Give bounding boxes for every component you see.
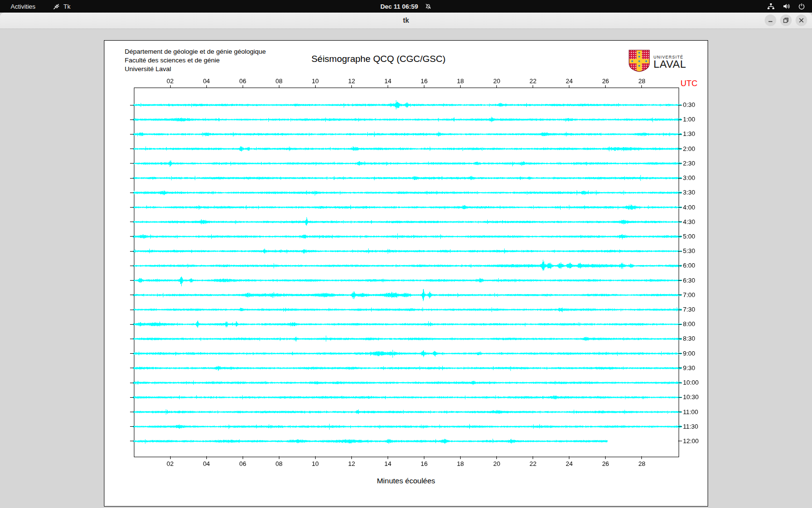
- network-icon: [767, 2, 775, 10]
- app-menu[interactable]: Tk: [53, 3, 70, 10]
- row-time-label: 6:30: [683, 277, 695, 284]
- x-tick-label-bottom: 08: [276, 460, 282, 467]
- x-tick-top: [388, 85, 388, 88]
- x-tick-label-top: 04: [203, 77, 210, 85]
- row-tick-left: [130, 163, 134, 164]
- plot-title: Séismographe QCQ (CGC/GSC): [311, 54, 446, 64]
- x-tick-top: [243, 85, 243, 88]
- row-tick-left: [130, 193, 134, 193]
- row-time-label: 12:00: [683, 438, 699, 445]
- volume-icon: [783, 2, 790, 10]
- close-button[interactable]: [796, 15, 807, 26]
- x-tick-label-bottom: 04: [203, 460, 210, 467]
- x-tick-top: [533, 85, 533, 88]
- minimize-button[interactable]: [765, 15, 776, 26]
- x-tick-label-top: 12: [348, 77, 355, 85]
- row-time-label: 9:00: [683, 350, 695, 357]
- row-time-label: 2:00: [683, 146, 695, 152]
- row-tick-left: [130, 280, 134, 281]
- row-time-label: 11:30: [683, 423, 698, 430]
- x-tick-top: [279, 85, 279, 88]
- row-time-label: 10:00: [683, 379, 699, 386]
- row-tick-right: [678, 120, 682, 120]
- row-time-label: 2:30: [683, 160, 695, 167]
- x-tick-label-bottom: 06: [239, 460, 246, 467]
- row-tick-left: [130, 339, 134, 339]
- row-time-label: 7:00: [683, 292, 695, 299]
- x-tick-top: [496, 85, 497, 88]
- row-tick-right: [678, 163, 682, 164]
- row-tick-left: [130, 412, 134, 412]
- notifications-disabled-icon: [425, 3, 432, 10]
- row-tick-right: [678, 426, 682, 427]
- row-time-label: 1:00: [683, 116, 695, 123]
- x-tick-top: [206, 85, 207, 88]
- clock-label: Dec 11 06:59: [380, 3, 418, 10]
- x-tick-top: [460, 85, 461, 88]
- power-icon: [798, 3, 805, 10]
- x-tick-top: [315, 85, 316, 88]
- row-time-label: 4:30: [683, 219, 695, 225]
- maximize-button[interactable]: [780, 15, 792, 26]
- row-time-label: 11:00: [683, 409, 698, 416]
- x-tick-label-top: 24: [566, 77, 573, 85]
- row-tick-left: [130, 149, 134, 149]
- row-time-label: 8:30: [683, 335, 695, 342]
- x-tick-bottom: [605, 456, 606, 459]
- clock-menu[interactable]: Dec 11 06:59: [380, 3, 432, 10]
- row-tick-right: [678, 105, 682, 105]
- row-tick-right: [678, 266, 682, 266]
- row-tick-left: [130, 295, 134, 295]
- x-tick-label-top: 28: [638, 77, 645, 85]
- tk-icon: [53, 3, 60, 10]
- row-tick-right: [678, 383, 682, 383]
- row-tick-left: [130, 383, 134, 383]
- gnome-top-bar: Activities Tk Dec 11 06:59: [0, 0, 812, 13]
- row-time-label: 7:30: [683, 306, 695, 313]
- row-tick-right: [678, 295, 682, 295]
- x-tick-label-bottom: 22: [529, 460, 536, 467]
- x-tick-label-bottom: 28: [638, 460, 645, 467]
- row-tick-left: [130, 426, 134, 427]
- x-tick-top: [351, 85, 352, 88]
- x-tick-label-top: 06: [239, 77, 246, 85]
- x-tick-label-bottom: 16: [420, 460, 427, 467]
- x-tick-bottom: [243, 456, 243, 459]
- row-tick-right: [678, 280, 682, 281]
- x-tick-top: [424, 85, 424, 88]
- x-tick-label-bottom: 02: [167, 460, 174, 467]
- x-tick-label-top: 18: [457, 77, 464, 85]
- system-status-menu[interactable]: [767, 2, 805, 10]
- x-tick-bottom: [569, 456, 569, 459]
- row-tick-left: [130, 236, 134, 237]
- window-title: tk: [0, 13, 812, 29]
- row-tick-right: [678, 441, 682, 441]
- plot-frame: [134, 88, 679, 457]
- row-tick-right: [678, 222, 682, 222]
- row-tick-right: [678, 310, 682, 310]
- x-tick-bottom: [170, 456, 171, 459]
- institution-line-2: Faculté des sciences et de génie: [125, 56, 266, 65]
- row-tick-left: [130, 178, 134, 179]
- x-tick-bottom: [424, 456, 424, 459]
- row-tick-left: [130, 207, 134, 208]
- logo-text-large: LAVAL: [653, 60, 686, 69]
- x-tick-label-bottom: 20: [493, 460, 500, 467]
- activities-button[interactable]: Activities: [8, 2, 38, 11]
- row-tick-left: [130, 310, 134, 310]
- window-title-bar[interactable]: tk: [0, 13, 812, 29]
- row-time-label: 1:30: [683, 131, 695, 137]
- row-tick-left: [130, 397, 134, 398]
- row-tick-left: [130, 251, 134, 252]
- x-tick-bottom: [388, 456, 388, 459]
- app-menu-label: Tk: [63, 3, 70, 10]
- row-time-label: 9:30: [683, 365, 695, 372]
- row-tick-right: [678, 134, 682, 134]
- row-tick-left: [130, 105, 134, 105]
- universite-laval-logo: UNIVERSITÉ LAVAL: [628, 49, 686, 75]
- x-tick-label-top: 22: [529, 77, 536, 85]
- row-time-label: 3:30: [683, 189, 695, 196]
- x-tick-label-bottom: 12: [348, 460, 355, 467]
- x-tick-bottom: [533, 456, 533, 459]
- row-tick-right: [678, 236, 682, 237]
